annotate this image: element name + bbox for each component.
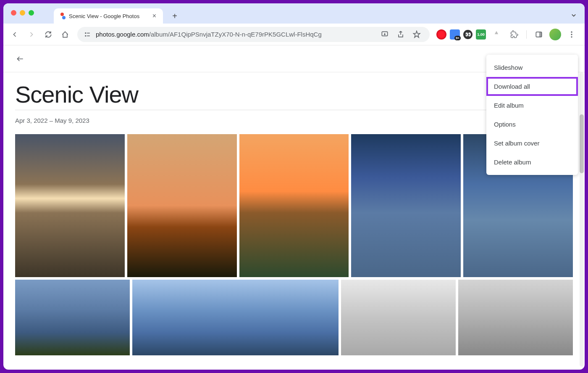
svg-rect-6 (539, 32, 542, 37)
photo-thumbnail[interactable] (127, 134, 237, 277)
extensions-menu-button[interactable] (507, 27, 521, 42)
svg-point-0 (85, 32, 86, 34)
install-icon (381, 30, 389, 39)
side-panel-button[interactable] (532, 27, 546, 42)
chevron-down-icon (570, 11, 578, 19)
extension-googly-icon[interactable] (463, 30, 472, 39)
photo-row (15, 280, 573, 355)
tab-strip: Scenic View - Google Photos × + (3, 3, 585, 24)
minimize-window-button[interactable] (20, 10, 25, 16)
share-icon (396, 30, 405, 39)
extensions-area: 1.00 (435, 27, 580, 42)
new-tab-button[interactable]: + (169, 10, 181, 22)
chrome-menu-button[interactable] (564, 27, 579, 42)
scrollbar[interactable] (580, 72, 584, 367)
photo-thumbnail[interactable] (351, 134, 461, 277)
extension-green-icon[interactable]: 1.00 (476, 29, 486, 40)
bookmark-button[interactable] (410, 27, 424, 42)
menu-item-download-all[interactable]: Download all (486, 77, 578, 96)
divider (526, 30, 527, 39)
reload-button[interactable] (41, 27, 55, 42)
photo-thumbnail[interactable] (341, 280, 456, 355)
close-tab-button[interactable]: × (151, 12, 158, 20)
scrollbar-thumb[interactable] (580, 114, 584, 173)
browser-tab[interactable]: Scenic View - Google Photos × (54, 8, 163, 24)
svg-rect-1 (87, 32, 90, 33)
menu-item-set-cover[interactable]: Set album cover (486, 134, 578, 153)
maximize-window-button[interactable] (29, 10, 34, 16)
photo-thumbnail[interactable] (15, 134, 125, 277)
forward-button[interactable] (24, 27, 39, 42)
menu-item-slideshow[interactable]: Slideshow (486, 58, 578, 77)
address-bar[interactable]: photos.google.com/album/AF1QipPSnvjaTZyX… (77, 27, 430, 42)
tab-title: Scenic View - Google Photos (69, 13, 147, 19)
svg-point-8 (571, 34, 572, 35)
album-options-menu: Slideshow Download all Edit album Option… (486, 55, 578, 175)
star-icon (412, 30, 421, 39)
arrow-left-icon (10, 30, 19, 39)
puzzle-icon (510, 30, 518, 39)
panel-icon (535, 30, 543, 39)
site-info-icon[interactable] (83, 30, 92, 39)
extension-opera-icon[interactable] (436, 29, 446, 40)
google-photos-favicon-icon (59, 13, 66, 19)
install-app-button[interactable] (378, 27, 392, 42)
browser-toolbar: photos.google.com/album/AF1QipPSnvjaTZyX… (3, 24, 585, 45)
share-button[interactable] (394, 27, 408, 42)
profile-avatar[interactable] (549, 29, 561, 40)
photo-thumbnail[interactable] (458, 280, 573, 355)
browser-window: Scenic View - Google Photos × + photos.g… (3, 3, 585, 370)
home-icon (61, 30, 69, 39)
menu-item-edit-album[interactable]: Edit album (486, 96, 578, 115)
svg-point-9 (571, 36, 572, 37)
arrow-left-icon (16, 55, 24, 63)
url-text: photos.google.com/album/AF1QipPSnvjaTZyX… (96, 31, 373, 38)
window-controls (11, 10, 34, 16)
menu-item-delete-album[interactable]: Delete album (486, 153, 578, 172)
back-button[interactable] (8, 27, 22, 42)
extension-blue-icon[interactable] (450, 29, 460, 40)
app-back-button[interactable] (12, 50, 29, 67)
home-button[interactable] (58, 27, 72, 42)
svg-point-7 (571, 31, 572, 32)
extension-gray-icon[interactable] (489, 27, 504, 42)
photo-thumbnail[interactable] (15, 280, 130, 355)
photo-thumbnail[interactable] (132, 280, 339, 355)
reload-icon (44, 30, 52, 39)
kebab-icon (567, 30, 576, 39)
photo-thumbnail[interactable] (239, 134, 349, 277)
close-window-button[interactable] (11, 10, 16, 16)
tab-search-button[interactable] (568, 9, 580, 21)
svg-rect-3 (87, 35, 90, 36)
arrow-right-icon (27, 30, 36, 39)
svg-point-2 (85, 35, 86, 36)
menu-item-options[interactable]: Options (486, 115, 578, 134)
